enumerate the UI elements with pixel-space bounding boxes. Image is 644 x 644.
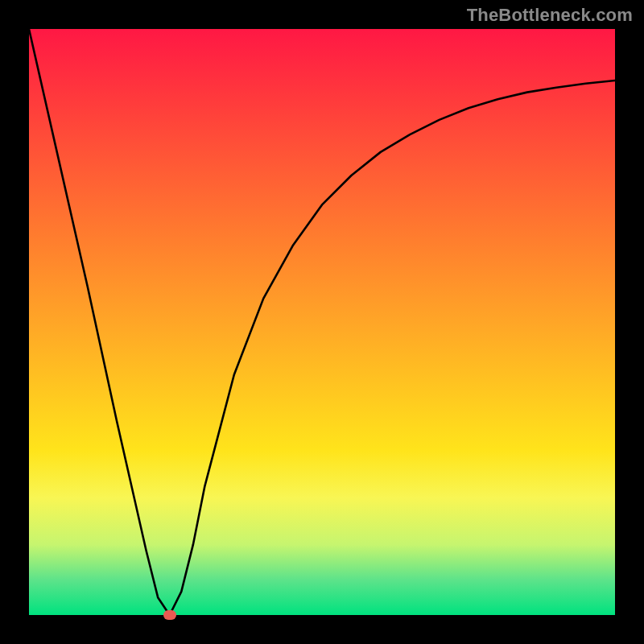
- watermark-text: TheBottleneck.com: [467, 5, 633, 26]
- chart-frame: TheBottleneck.com: [0, 0, 644, 644]
- curve-svg: [29, 29, 615, 615]
- bottleneck-curve: [29, 29, 615, 615]
- minimum-marker: [163, 610, 176, 620]
- plot-area: [29, 29, 615, 615]
